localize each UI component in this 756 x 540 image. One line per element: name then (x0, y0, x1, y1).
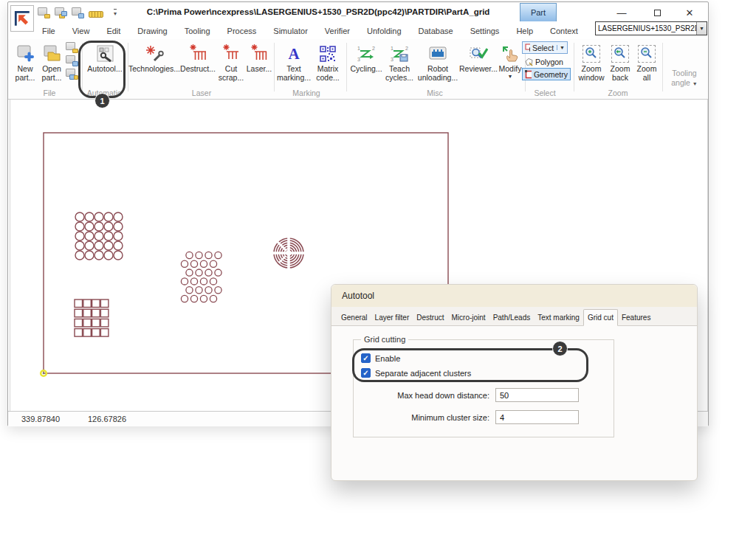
menu-verifier[interactable]: Verifier (325, 27, 350, 35)
menu-bar: File View Edit Drawing Tooling Process S… (8, 23, 591, 39)
tab-grid-cut[interactable]: Grid cut (583, 309, 618, 326)
menu-view[interactable]: View (72, 27, 90, 35)
file-mini-buttons (66, 42, 78, 80)
modify-button[interactable]: Modify ▼ (497, 42, 523, 79)
minimize-button[interactable]: — (614, 6, 630, 20)
laser-icon (250, 42, 268, 63)
zoom-back-icon (611, 42, 629, 63)
new-part-button[interactable]: New part... (13, 42, 38, 82)
combo-dropdown-icon[interactable]: ▼ (696, 22, 707, 35)
destruct-icon (189, 42, 207, 63)
group-label-misc: Misc (402, 89, 468, 97)
technologies-button[interactable]: Technologies... (131, 42, 178, 73)
laser-button[interactable]: Laser... (246, 42, 272, 73)
group-label-zoom: Zoom (585, 89, 651, 97)
open-part-icon (42, 42, 61, 63)
minimum-cluster-size-label: Minimum cluster size: (340, 413, 495, 422)
menu-edit[interactable]: Edit (106, 27, 120, 35)
cut-scrap-button[interactable]: Cut scrap... (218, 42, 244, 82)
ribbon: New part... Open part... File Autotool..… (8, 39, 708, 100)
zoom-window-icon (583, 42, 600, 63)
import-part-icon[interactable] (66, 69, 78, 80)
separate-clusters-checkbox[interactable] (361, 368, 371, 378)
robot-unloading-icon (427, 42, 448, 63)
select-button[interactable]: Select ▼ (522, 41, 568, 54)
tab-general[interactable]: General (337, 310, 371, 325)
modify-dropdown-icon[interactable]: ▼ (508, 74, 513, 79)
open-part-button[interactable]: Open part... (39, 42, 64, 82)
tab-micro-joint[interactable]: Micro-joint (448, 310, 489, 325)
enable-checkbox[interactable] (361, 353, 371, 363)
menu-unfolding[interactable]: Unfolding (367, 27, 401, 35)
zoom-back-button[interactable]: Zoom back (608, 42, 633, 82)
zoom-all-icon (638, 42, 656, 63)
svg-text:3: 3 (391, 57, 394, 62)
qat-measure-icon[interactable] (89, 11, 103, 18)
svg-text:2: 2 (372, 46, 375, 51)
polygon-button[interactable]: Polygon (522, 55, 568, 68)
cursor-x-coordinate: 339.87840 (21, 415, 60, 423)
qat-customize-caret-icon[interactable]: ▾ (114, 9, 117, 17)
annotation-badge-2: 2 (552, 341, 568, 356)
mail-part-icon[interactable] (66, 42, 78, 53)
teach-cycles-button[interactable]: 123 Teach cycles... (385, 42, 414, 82)
enable-checkbox-row[interactable]: Enable (361, 353, 400, 363)
qat-saveas-icon[interactable] (55, 7, 67, 18)
qat-window-icon[interactable] (72, 7, 84, 18)
menu-file[interactable]: File (42, 27, 55, 35)
group-label-marking: Marking (273, 89, 340, 97)
reviewer-button[interactable]: Reviewer... (461, 42, 495, 73)
teach-cycles-icon: 123 (390, 42, 409, 63)
menu-context[interactable]: Context (550, 27, 578, 35)
cut-scrap-icon (222, 42, 240, 63)
dialog-title: Autotool (331, 285, 697, 307)
quick-access-toolbar: ▾ (38, 7, 117, 18)
menu-database[interactable]: Database (419, 27, 453, 35)
tab-layer-filter[interactable]: Layer filter (371, 310, 413, 325)
autotool-icon (96, 42, 114, 63)
part-context-tab[interactable]: Part (520, 3, 557, 21)
svg-text:3: 3 (357, 57, 360, 62)
max-head-down-distance-input[interactable] (495, 388, 579, 402)
matrix-code-button[interactable]: Matrix code... (312, 42, 343, 82)
copy-part-icon[interactable] (66, 55, 78, 66)
zoom-window-button[interactable]: Zoom window (577, 42, 606, 82)
autotool-button[interactable]: Autotool... (85, 42, 125, 73)
polygon-icon (524, 58, 533, 66)
svg-text:1: 1 (391, 46, 394, 51)
tab-text-marking[interactable]: Text marking (534, 310, 583, 325)
select-dropdown-icon[interactable]: ▼ (557, 45, 565, 50)
geometry-button[interactable]: Geometry (522, 68, 571, 80)
max-head-down-distance-label: Max head down distance: (340, 391, 495, 400)
robot-unloading-button[interactable]: Robot unloading... (416, 42, 460, 82)
maximize-button[interactable] (649, 6, 665, 20)
tab-features[interactable]: Features (618, 310, 654, 325)
menu-process[interactable]: Process (227, 27, 257, 35)
select-icon (525, 44, 530, 52)
close-button[interactable]: ✕ (681, 6, 698, 20)
cycling-button[interactable]: 123 Cycling... (349, 42, 383, 73)
minimum-cluster-size-row: Minimum cluster size: (340, 410, 579, 424)
technologies-icon (145, 42, 164, 63)
text-marking-icon: A (288, 42, 299, 63)
minimum-cluster-size-input[interactable] (495, 410, 579, 424)
cycling-icon: 123 (357, 42, 376, 63)
menu-help[interactable]: Help (516, 27, 533, 35)
zoom-all-button[interactable]: Zoom all (634, 42, 659, 82)
tooling-angle-button[interactable]: Tooling angle ▼ (665, 69, 704, 89)
tab-path-leads[interactable]: Path/Leads (489, 310, 535, 325)
menu-tooling[interactable]: Tooling (185, 27, 210, 35)
separate-clusters-checkbox-row[interactable]: Separate adjacent clusters (361, 368, 471, 378)
destruct-button[interactable]: Destruct... (179, 42, 216, 73)
machine-selector-value: LASERGENIUS+1530_PSR2D(F (596, 24, 696, 32)
group-label-select: Select (512, 89, 578, 97)
text-marking-button[interactable]: A Text marking... (277, 42, 311, 82)
menu-simulator[interactable]: Simulator (273, 27, 307, 35)
tab-destruct[interactable]: Destruct (413, 310, 447, 325)
dialog-tab-strip: General Layer filter Destruct Micro-join… (331, 307, 697, 326)
machine-selector-combo[interactable]: LASERGENIUS+1530_PSR2D(F ▼ (595, 21, 707, 35)
menu-settings[interactable]: Settings (470, 27, 500, 35)
qat-save-icon[interactable] (38, 7, 50, 18)
enable-checkbox-label: Enable (375, 354, 400, 363)
menu-drawing[interactable]: Drawing (137, 27, 167, 35)
